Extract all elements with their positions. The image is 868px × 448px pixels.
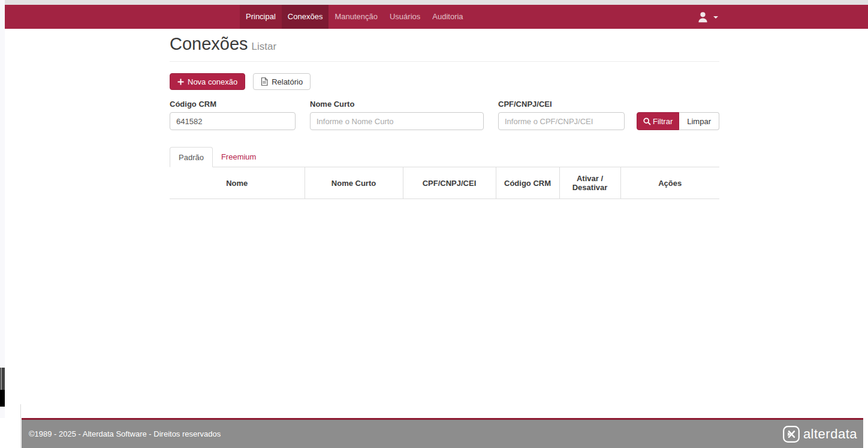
alterdata-brand: alterdata xyxy=(782,425,860,443)
user-icon xyxy=(696,10,710,24)
nome-curto-label: Nome Curto xyxy=(310,100,484,109)
nav-item-conexoes[interactable]: Conexões xyxy=(282,5,329,29)
clear-label: Limpar xyxy=(687,117,711,126)
page-subtitle: Listar xyxy=(252,41,277,52)
report-label: Relatório xyxy=(272,77,303,86)
filter-button-group: Filtrar Limpar xyxy=(637,112,719,130)
filter-form: Código CRM Nome Curto CPF/CNPJ/CEI Filtr… xyxy=(170,100,719,130)
document-icon xyxy=(261,77,268,86)
tab-bar: Padrão Freemium xyxy=(170,147,719,167)
caret-down-icon xyxy=(713,16,718,19)
codigo-crm-label: Código CRM xyxy=(170,100,296,109)
column-header-nome: Nome xyxy=(170,167,305,199)
screen-edge-artifact-gray xyxy=(0,368,5,390)
copyright-text: ©1989 - 2025 - Alterdata Software - Dire… xyxy=(29,429,221,438)
tab-freemium[interactable]: Freemium xyxy=(213,147,265,167)
filter-button[interactable]: Filtrar xyxy=(637,112,679,130)
nav-item-usuarios[interactable]: Usuários xyxy=(384,5,426,29)
column-header-ativar-desativar: Ativar / Desativar xyxy=(559,167,620,199)
cpf-cnpj-cei-label: CPF/CNPJ/CEI xyxy=(498,100,625,109)
toolbar: Nova conexão Relatório xyxy=(170,73,719,91)
alterdata-logo-icon xyxy=(782,425,800,443)
main-content: ConexõesListar Nova conexão Relatório Có… xyxy=(170,29,719,199)
plus-icon xyxy=(177,79,184,85)
page-title: Conexões xyxy=(170,34,248,53)
field-nome-curto: Nome Curto xyxy=(310,100,484,130)
codigo-crm-input[interactable] xyxy=(170,112,296,130)
browser-top-strip xyxy=(5,0,868,5)
nav-item-principal[interactable]: Principal xyxy=(240,5,282,29)
filter-label: Filtrar xyxy=(653,117,673,126)
nome-curto-input[interactable] xyxy=(310,112,484,130)
left-gutter xyxy=(0,0,5,418)
search-icon xyxy=(643,118,651,125)
cpf-cnpj-cei-input[interactable] xyxy=(498,112,625,130)
table-header-row: Nome Nome Curto CPF/CNPJ/CEI Código CRM … xyxy=(170,167,719,199)
field-codigo-crm: Código CRM xyxy=(170,100,296,130)
column-header-acoes: Ações xyxy=(620,167,719,199)
column-header-codigo-crm: Código CRM xyxy=(496,167,559,199)
report-button[interactable]: Relatório xyxy=(253,73,311,90)
nav-item-manutencao[interactable]: Manutenção xyxy=(328,5,384,29)
nav-list: Principal Conexões Manutenção Usuários A… xyxy=(240,5,469,29)
page-header: ConexõesListar xyxy=(170,29,719,62)
new-connection-button[interactable]: Nova conexão xyxy=(170,73,245,90)
new-connection-label: Nova conexão xyxy=(188,77,237,86)
column-header-nome-curto: Nome Curto xyxy=(305,167,403,199)
clear-button[interactable]: Limpar xyxy=(679,112,719,130)
tab-padrao[interactable]: Padrão xyxy=(170,147,213,167)
nav-item-auditoria[interactable]: Auditoria xyxy=(426,5,469,29)
user-menu-dropdown[interactable] xyxy=(691,5,723,29)
footer: ©1989 - 2025 - Alterdata Software - Dire… xyxy=(22,418,863,448)
field-cpf-cnpj-cei: CPF/CNPJ/CEI xyxy=(498,100,625,130)
screen-edge-artifact-black xyxy=(0,390,5,407)
connections-table: Nome Nome Curto CPF/CNPJ/CEI Código CRM … xyxy=(170,167,719,199)
alterdata-brand-text: alterdata xyxy=(803,426,857,442)
column-header-cpf-cnpj-cei: CPF/CNPJ/CEI xyxy=(403,167,496,199)
navbar: Principal Conexões Manutenção Usuários A… xyxy=(5,5,868,29)
screen-edge-line xyxy=(20,404,21,448)
